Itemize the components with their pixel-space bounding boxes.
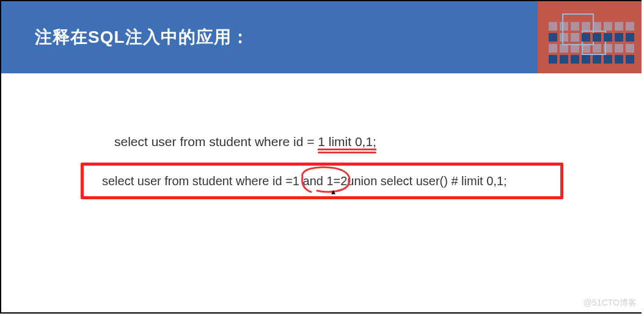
sql-text: select user from student where id = [102,174,293,188]
sql-query-original: select user from student where id = 1 li… [114,134,376,149]
watermark-text: @51CTO博客 [584,298,637,309]
slide-title: 注释在SQL注入中的应用： [35,26,249,49]
sql-text-highlighted: 1 limit 0,1; [318,134,376,150]
sql-text: union select user() # limit 0,1; [347,174,507,188]
header-decor-dot-grid [549,22,634,64]
sql-text-circled: 1 and 1=2 [293,174,348,188]
sql-text: select user from student where id = [114,134,318,149]
sql-query-injected-box: select user from student where id = 1 an… [81,163,563,199]
slide-body: select user from student where id = 1 li… [1,73,642,134]
slide-frame: 注释在SQL注入中的应用： select user from student w… [0,0,642,314]
slide-header: 注释在SQL注入中的应用： [1,1,642,73]
mouse-cursor-icon: ▴ [331,186,335,196]
